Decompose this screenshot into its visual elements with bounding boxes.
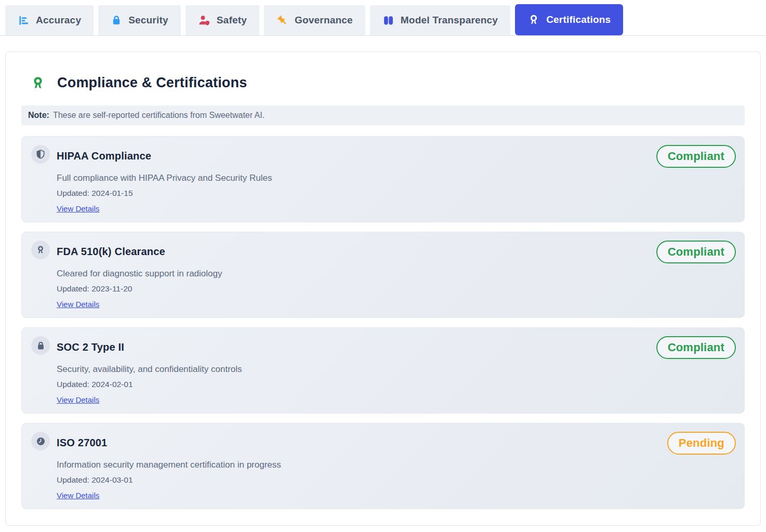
certification-name: FDA 510(k) Clearance bbox=[57, 246, 165, 258]
brain-icon bbox=[382, 15, 394, 26]
view-details-link[interactable]: View Details bbox=[57, 491, 99, 500]
award-ribbon-icon bbox=[30, 75, 46, 91]
shield-icon bbox=[31, 145, 50, 164]
lock-icon bbox=[31, 336, 50, 355]
tab-label: Governance bbox=[295, 15, 353, 26]
tab-label: Accuracy bbox=[36, 15, 81, 26]
certification-card-soc2: SOC 2 Type II Security, availability, an… bbox=[21, 327, 745, 414]
tab-bar: Accuracy Security Safety bbox=[0, 0, 766, 36]
user-shield-icon bbox=[198, 14, 210, 26]
status-badge: Compliant bbox=[656, 241, 736, 263]
tab-governance[interactable]: Governance bbox=[264, 5, 365, 35]
tab-accuracy[interactable]: Accuracy bbox=[5, 5, 94, 35]
page-title: Compliance & Certifications bbox=[57, 75, 247, 91]
certification-description: Information security management certific… bbox=[57, 460, 281, 470]
certification-description: Security, availability, and confidential… bbox=[57, 364, 242, 375]
view-details-link[interactable]: View Details bbox=[57, 395, 99, 404]
panel-heading: Compliance & Certifications bbox=[21, 75, 745, 91]
certification-updated: Updated: 2024-01-15 bbox=[57, 189, 133, 198]
certification-updated: Updated: 2023-11-20 bbox=[57, 284, 132, 294]
certification-description: Full compliance with HIPAA Privacy and S… bbox=[57, 173, 272, 183]
gavel-icon bbox=[276, 15, 288, 26]
tab-label: Model Transparency bbox=[401, 15, 498, 26]
medal-icon bbox=[31, 241, 50, 259]
status-badge: Pending bbox=[667, 432, 736, 455]
tab-security[interactable]: Security bbox=[98, 5, 181, 35]
certification-description: Cleared for diagnostic support in radiol… bbox=[57, 269, 222, 279]
certification-updated: Updated: 2024-03-01 bbox=[57, 475, 133, 485]
view-details-link[interactable]: View Details bbox=[57, 300, 99, 309]
certification-name: HIPAA Compliance bbox=[57, 150, 151, 162]
tab-label: Certifications bbox=[546, 14, 611, 25]
certification-name: ISO 27001 bbox=[57, 437, 107, 449]
certification-card-iso: ISO 27001 Information security managemen… bbox=[21, 423, 745, 509]
certification-updated: Updated: 2024-02-01 bbox=[57, 380, 133, 389]
certifications-panel: Compliance & Certifications Note: These … bbox=[5, 51, 761, 526]
certification-list: HIPAA Compliance Full compliance with HI… bbox=[21, 136, 745, 509]
note-text: These are self-reported certifications f… bbox=[53, 111, 265, 120]
tab-label: Safety bbox=[217, 15, 247, 26]
note-banner: Note: These are self-reported certificat… bbox=[21, 105, 745, 125]
view-details-link[interactable]: View Details bbox=[57, 204, 99, 213]
bar-chart-icon bbox=[18, 15, 30, 26]
tab-safety[interactable]: Safety bbox=[186, 5, 259, 35]
clock-icon bbox=[31, 432, 50, 450]
award-icon bbox=[527, 14, 540, 26]
certification-card-fda: FDA 510(k) Clearance Cleared for diagnos… bbox=[21, 232, 745, 318]
tab-model-transparency[interactable]: Model Transparency bbox=[370, 5, 510, 35]
certification-card-hipaa: HIPAA Compliance Full compliance with HI… bbox=[21, 136, 745, 222]
tab-label: Security bbox=[128, 15, 168, 26]
tab-certifications[interactable]: Certifications bbox=[515, 4, 623, 35]
status-badge: Compliant bbox=[656, 336, 736, 359]
note-label: Note: bbox=[28, 111, 49, 120]
certification-name: SOC 2 Type II bbox=[57, 341, 124, 353]
status-badge: Compliant bbox=[656, 145, 736, 168]
lock-icon bbox=[111, 15, 122, 26]
